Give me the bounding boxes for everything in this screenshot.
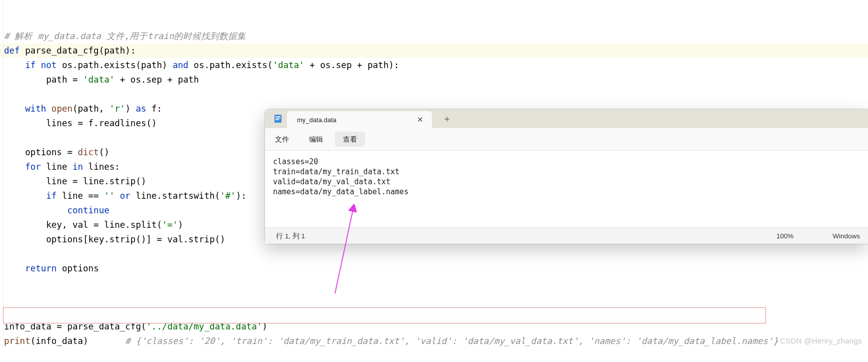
text-line: valid=data/my_val_data.txt	[273, 177, 390, 186]
code-line: key, val = line.split('=')	[4, 220, 183, 230]
code-line: if not os.path.exists(path) and os.path.…	[4, 60, 399, 70]
svg-rect-0	[274, 115, 282, 123]
menu-file[interactable]: 文件	[267, 132, 297, 147]
text-line: train=data/my_train_data.txt	[273, 167, 400, 176]
new-tab-button[interactable]: ＋	[438, 110, 456, 128]
code-line: with open(path, 'r') as f:	[4, 104, 162, 114]
code-comment: # info = parse_model_cfg('../cfg/my_yolo…	[4, 307, 395, 317]
code-line: continue	[4, 205, 110, 215]
gutter	[0, 0, 4, 348]
text-line: classes=20	[273, 157, 318, 166]
code-line: print(info_data) # {'classes': '20', 'tr…	[4, 336, 778, 346]
code-line: path = 'data' + os.sep + path	[4, 75, 199, 85]
notepad-window[interactable]: my_data.data ✕ ＋ 文件 编辑 查看 classes=20 tra…	[265, 109, 868, 244]
code-line: lines = f.readlines()	[4, 118, 157, 128]
code-line: for line in lines:	[4, 162, 120, 172]
notepad-app-icon	[273, 114, 283, 124]
code-line: info_data = parse_data_cfg('../data/my_d…	[4, 321, 268, 331]
watermark: CSDN @Henry_zhangs	[780, 333, 862, 348]
code-line: line = line.strip()	[4, 176, 146, 186]
svg-rect-2	[276, 118, 280, 119]
svg-rect-1	[276, 116, 280, 117]
code-line: options[key.strip()] = val.strip()	[4, 234, 226, 244]
code-line: return options	[4, 263, 99, 273]
notepad-statusbar: 行 1, 列 1 100% Windows	[265, 227, 868, 244]
menu-view[interactable]: 查看	[335, 132, 365, 147]
menu-edit[interactable]: 编辑	[301, 132, 331, 147]
notepad-menubar: 文件 编辑 查看	[265, 128, 868, 151]
notepad-tabstrip: my_data.data ✕ ＋	[265, 109, 868, 128]
status-os: Windows	[832, 229, 860, 243]
code-line: options = dict()	[4, 147, 110, 157]
function-def-line: def parse_data_cfg(path):	[0, 44, 868, 58]
notepad-tab-title: my_data.data	[297, 113, 413, 127]
notepad-content[interactable]: classes=20 train=data/my_train_data.txt …	[265, 151, 868, 227]
notepad-tab[interactable]: my_data.data ✕	[287, 111, 432, 128]
code-line: if line == '' or line.startswith('#'):	[4, 191, 246, 201]
comment-header: # 解析 my_data.data 文件,用于train的时候找到数据集	[4, 31, 246, 41]
text-line: names=data/my_data_label.names	[273, 187, 408, 196]
status-cursor-pos: 行 1, 列 1	[276, 229, 305, 243]
close-icon[interactable]: ✕	[413, 113, 427, 127]
status-zoom: 100%	[776, 229, 794, 243]
svg-rect-3	[276, 119, 279, 120]
